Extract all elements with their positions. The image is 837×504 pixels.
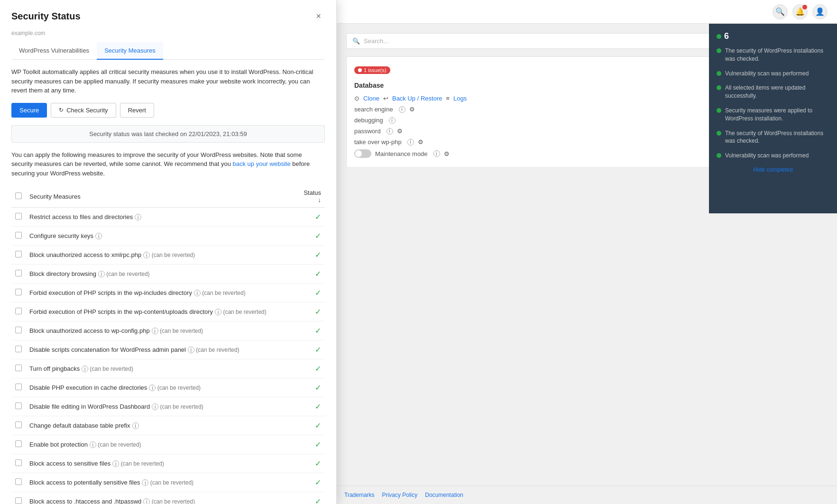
- backup-icon: ↩: [383, 95, 388, 102]
- modal-description: WP Toolkit automatically applies all cri…: [11, 67, 325, 95]
- notif-text-6: Vulnerability scan was performed: [725, 152, 809, 160]
- notif-dot-1: [717, 48, 721, 53]
- footer-links: Trademarks Privacy Policy Documentation: [337, 486, 837, 504]
- row-info-icon-0[interactable]: i: [135, 214, 141, 220]
- search-button[interactable]: 🔍: [773, 4, 788, 19]
- notif-dot-5: [717, 131, 721, 136]
- row-info-icon-10[interactable]: i: [152, 403, 158, 410]
- hide-completed-link[interactable]: Hide completed: [717, 166, 829, 173]
- row-info-icon-12[interactable]: i: [90, 441, 96, 448]
- tab-vulnerabilities[interactable]: WordPress Vulnerabilities: [11, 42, 97, 60]
- logs-link[interactable]: Logs: [453, 95, 467, 102]
- row-checkbox-13[interactable]: [15, 459, 22, 466]
- row-info-icon-8[interactable]: i: [82, 366, 88, 372]
- table-row: Block access to potentially sensitive fi…: [11, 473, 325, 492]
- row-info-icon-2[interactable]: i: [143, 252, 150, 258]
- row-info-icon-14[interactable]: i: [142, 479, 148, 486]
- row-revert-label-10: (can be reverted): [158, 403, 203, 410]
- row-checkbox-5[interactable]: [15, 308, 22, 314]
- row-label-13: Block access to sensitive filesi (can be…: [26, 454, 300, 473]
- row-label-14: Block access to potentially sensitive fi…: [26, 473, 300, 492]
- status-sort-label[interactable]: Status ↓: [304, 189, 321, 203]
- row-checkbox-1[interactable]: [15, 232, 22, 238]
- footer-privacy-link[interactable]: Privacy Policy: [382, 492, 418, 498]
- table-row: Block access to .htaccess and .htpasswdi…: [11, 492, 325, 504]
- clone-link[interactable]: Clone: [363, 95, 379, 102]
- row-info-icon-15[interactable]: i: [143, 498, 150, 504]
- row-label-12: Enable bot protectioni (can be reverted): [26, 435, 300, 454]
- debugging-info-icon[interactable]: i: [389, 117, 396, 124]
- debugging-label: debugging: [354, 117, 383, 124]
- table-row: Block access to sensitive filesi (can be…: [11, 454, 325, 473]
- backup-link[interactable]: back up your website: [233, 160, 291, 167]
- check-security-button[interactable]: ↻ Check Security: [51, 103, 116, 118]
- takeover-settings-icon: ⚙: [418, 138, 423, 146]
- row-checkbox-10[interactable]: [15, 403, 22, 409]
- issue-dot: [358, 68, 362, 72]
- row-info-icon-1[interactable]: i: [95, 233, 102, 239]
- row-info-icon-9[interactable]: i: [149, 385, 156, 391]
- user-button[interactable]: 👤: [812, 4, 828, 19]
- row-label-9: Disable PHP execution in cache directori…: [26, 378, 300, 397]
- notification-panel: 6 The security of WordPress installation…: [709, 24, 837, 213]
- row-status-2: ✓: [300, 246, 325, 265]
- row-checkbox-11[interactable]: [15, 422, 22, 428]
- row-info-icon-3[interactable]: i: [98, 271, 105, 277]
- row-info-icon-6[interactable]: i: [152, 328, 158, 334]
- row-info-icon-13[interactable]: i: [112, 460, 119, 467]
- row-status-1: ✓: [300, 227, 325, 246]
- status-ok-icon: ✓: [315, 459, 321, 467]
- row-checkbox-7[interactable]: [15, 346, 22, 352]
- status-ok-icon: ✓: [315, 232, 321, 240]
- table-row: Block unauthorized access to wp-config.p…: [11, 321, 325, 340]
- row-revert-label-8: (can be reverted): [88, 366, 133, 372]
- row-status-7: ✓: [300, 340, 325, 359]
- row-info-icon-4[interactable]: i: [194, 290, 201, 296]
- modal-close-button[interactable]: ×: [312, 9, 325, 23]
- row-checkbox-14[interactable]: [15, 478, 22, 485]
- row-info-icon-11[interactable]: i: [132, 422, 139, 429]
- footer-trademarks-link[interactable]: Trademarks: [344, 492, 375, 498]
- password-info-icon[interactable]: i: [386, 128, 393, 135]
- settings-icon: ⚙: [409, 106, 415, 113]
- backup-restore-link[interactable]: Back Up / Restore: [392, 95, 442, 102]
- takeover-info-icon[interactable]: i: [407, 139, 414, 146]
- table-row: Disable file editing in WordPress Dashbo…: [11, 397, 325, 416]
- notif-text-2: Vulnerability scan was performed: [725, 70, 809, 78]
- row-info-icon-7[interactable]: i: [188, 347, 194, 353]
- row-info-icon-5[interactable]: i: [215, 309, 221, 315]
- table-row: Turn off pingbacksi (can be reverted)✓: [11, 359, 325, 378]
- table-row: Block unauthorized access to xmlrpc.phpi…: [11, 246, 325, 265]
- row-checkbox-12[interactable]: [15, 440, 22, 447]
- notif-text-1: The security of WordPress installations …: [725, 47, 829, 63]
- select-all-checkbox[interactable]: [15, 192, 22, 199]
- row-checkbox-9[interactable]: [15, 384, 22, 390]
- search-engine-info-icon[interactable]: i: [399, 106, 405, 113]
- table-row: Configure security keysi✓: [11, 227, 325, 246]
- secure-button[interactable]: Secure: [11, 103, 47, 118]
- row-label-4: Forbid execution of PHP scripts in the w…: [26, 284, 300, 302]
- footer-documentation-link[interactable]: Documentation: [425, 492, 463, 498]
- revert-button[interactable]: Revert: [120, 103, 154, 118]
- row-revert-label-2: (can be reverted): [150, 252, 195, 258]
- row-checkbox-8[interactable]: [15, 365, 22, 371]
- row-label-10: Disable file editing in WordPress Dashbo…: [26, 397, 300, 416]
- status-ok-icon: ✓: [315, 270, 321, 278]
- row-checkbox-6[interactable]: [15, 327, 22, 333]
- row-status-0: ✓: [300, 208, 325, 227]
- table-header-measure: Security Measures: [26, 185, 300, 208]
- notif-item-5: The security of WordPress installations …: [717, 129, 829, 146]
- tab-security-measures[interactable]: Security Measures: [97, 42, 163, 60]
- maintenance-toggle[interactable]: [354, 149, 371, 158]
- row-checkbox-4[interactable]: [15, 289, 22, 295]
- row-checkbox-3[interactable]: [15, 270, 22, 276]
- maintenance-info-icon[interactable]: i: [433, 150, 440, 157]
- check-security-label: Check Security: [66, 107, 108, 114]
- row-checkbox-2[interactable]: [15, 251, 22, 257]
- row-checkbox-0[interactable]: [15, 213, 22, 220]
- modal-tabs: WordPress Vulnerabilities Security Measu…: [11, 42, 325, 60]
- table-row: Disable PHP execution in cache directori…: [11, 378, 325, 397]
- row-checkbox-15[interactable]: [15, 497, 22, 504]
- notifications-button[interactable]: 🔔: [792, 4, 808, 19]
- search-placeholder: Search...: [364, 37, 388, 45]
